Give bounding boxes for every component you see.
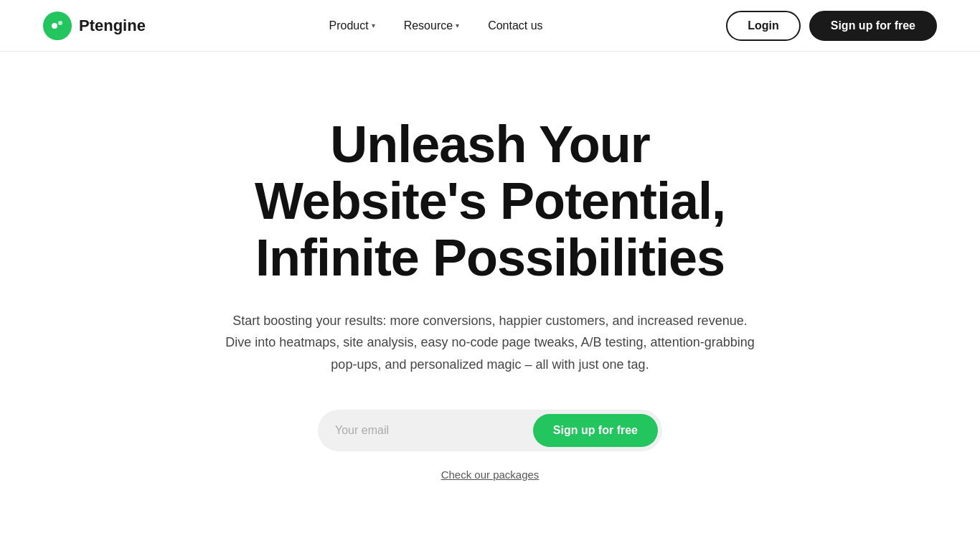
signup-hero-button[interactable]: Sign up for free <box>533 414 658 447</box>
svg-point-1 <box>58 21 62 25</box>
navbar: Ptengine Product ▾ Resource ▾ Contact us… <box>0 0 980 52</box>
resource-chevron-icon: ▾ <box>456 22 459 29</box>
logo[interactable]: Ptengine <box>43 11 146 40</box>
nav-product-label: Product <box>329 19 369 32</box>
nav-product[interactable]: Product ▾ <box>318 14 387 38</box>
logo-icon <box>43 11 72 40</box>
hero-title: Unleash Your Website's Potential, Infini… <box>221 116 759 287</box>
nav-links: Product ▾ Resource ▾ Contact us <box>318 14 555 38</box>
email-form: Sign up for free <box>318 410 662 451</box>
nav-resource[interactable]: Resource ▾ <box>392 14 471 38</box>
nav-resource-label: Resource <box>404 19 453 32</box>
hero-section: Unleash Your Website's Potential, Infini… <box>0 52 980 524</box>
check-packages-link[interactable]: Check our packages <box>441 468 540 481</box>
login-button[interactable]: Login <box>726 11 801 41</box>
logo-text: Ptengine <box>79 17 146 35</box>
nav-actions: Login Sign up for free <box>726 11 937 41</box>
email-input[interactable] <box>335 418 533 443</box>
hero-subtitle: Start boosting your results: more conver… <box>225 310 755 376</box>
nav-contact[interactable]: Contact us <box>476 14 554 38</box>
svg-point-0 <box>52 23 57 29</box>
product-chevron-icon: ▾ <box>372 22 375 29</box>
nav-contact-label: Contact us <box>488 19 542 32</box>
signup-nav-button[interactable]: Sign up for free <box>809 11 937 41</box>
